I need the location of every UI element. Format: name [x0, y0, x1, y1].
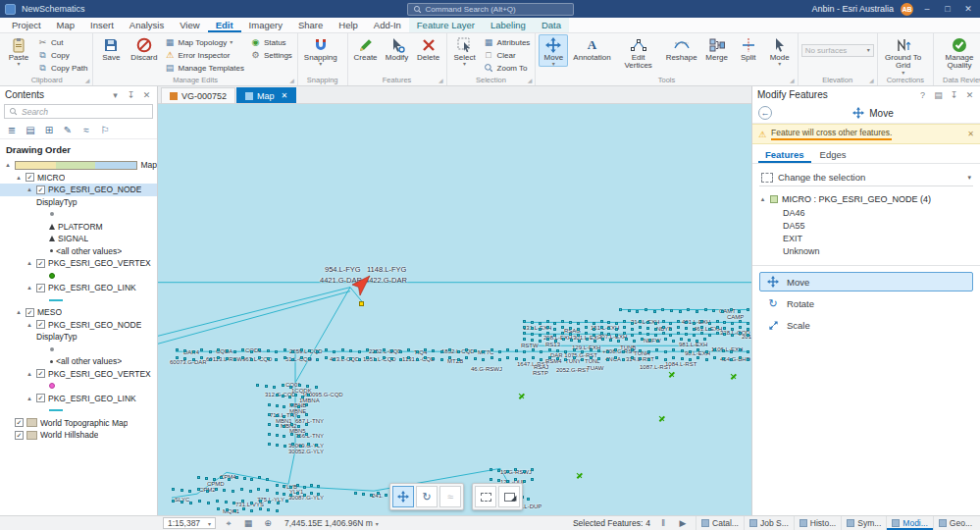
layer-row[interactable]	[0, 294, 157, 307]
expander-icon[interactable]: ▴	[15, 174, 23, 182]
ribbon-tab-map[interactable]: Map	[49, 18, 82, 32]
attributes-button[interactable]: ▦Attributes	[482, 36, 533, 48]
split-button[interactable]: Split	[734, 34, 763, 62]
merge-button[interactable]: Merge	[702, 34, 732, 62]
cut-button[interactable]: ✂Cut	[35, 36, 89, 48]
layer-visibility-checkbox[interactable]: ✓	[36, 186, 45, 194]
layer-visibility-checkbox[interactable]: ✓	[26, 308, 34, 317]
auto-hide-pin-icon[interactable]: ↧	[126, 90, 136, 100]
layer-row[interactable]	[0, 270, 157, 283]
box-select-tool-button[interactable]	[475, 486, 496, 507]
layer-row[interactable]: ▴✓PKG_ESRI_GEO_LINK	[0, 282, 157, 294]
dock-tab-geo[interactable]: Geo...	[933, 516, 977, 530]
snapping-button[interactable]: Snapping ▾	[301, 34, 340, 67]
layer-row[interactable]	[0, 380, 157, 393]
close-tab-icon[interactable]: ✕	[282, 91, 288, 100]
ribbon-tab-analysis[interactable]: Analysis	[122, 18, 172, 32]
tool-rotate[interactable]: ↻Rotate	[759, 293, 973, 314]
mode-button[interactable]: Mode ▾	[765, 34, 795, 67]
layer-visibility-checkbox[interactable]: ✓	[36, 394, 45, 402]
expander-icon[interactable]: ▴	[26, 370, 33, 378]
expander-icon[interactable]: ▴	[26, 395, 33, 402]
refresh-drawing-icon[interactable]: ▶	[676, 517, 690, 530]
dialog-launcher-icon[interactable]: ◢	[528, 77, 533, 83]
layer-row[interactable]	[0, 208, 157, 221]
dialog-launcher-icon[interactable]: ◢	[438, 77, 443, 83]
ribbon-tab-feature-layer[interactable]: Feature Layer	[409, 18, 483, 32]
doc-tab-vg-000752[interactable]: VG-000752	[161, 87, 235, 103]
feature-item[interactable]: DA46	[759, 206, 973, 219]
dock-tab-sym[interactable]: Sym...	[841, 516, 886, 530]
move-to-tool-button[interactable]	[498, 486, 520, 507]
dialog-launcher-icon[interactable]: ◢	[289, 77, 294, 83]
doc-tab-map[interactable]: Map✕	[236, 87, 296, 103]
layer-row[interactable]: ✓World Topographic Map	[0, 417, 157, 430]
layer-row[interactable]: ▴✓PKG_ESRI_GEO_NODE	[0, 319, 157, 332]
back-button[interactable]: ←	[758, 106, 772, 120]
layer-visibility-checkbox[interactable]: ✓	[36, 320, 45, 329]
layer-visibility-checkbox[interactable]: ✓	[15, 431, 24, 440]
layer-visibility-checkbox[interactable]: ✓	[36, 369, 45, 378]
layer-visibility-checkbox[interactable]: ✓	[15, 418, 24, 427]
manage-quality-button[interactable]: Manage Quality	[937, 34, 980, 71]
close-panel-icon[interactable]: ✕	[964, 90, 975, 100]
menu-icon[interactable]: ▤	[933, 90, 944, 100]
command-search[interactable]: Command Search (Alt+Q)	[407, 3, 574, 16]
trace-tool-button[interactable]: ≈	[439, 486, 461, 507]
discard-button[interactable]: Discard	[128, 34, 160, 62]
annotation-button[interactable]: A Annotation	[570, 34, 613, 62]
layer-row[interactable]: ✓World Hillshade	[0, 429, 157, 442]
settings-button[interactable]: ⚙Settings	[248, 49, 294, 61]
list-by-selection-icon[interactable]: ⊞	[41, 123, 57, 136]
status-button[interactable]: ◉Status	[248, 36, 294, 48]
chevron-down-icon[interactable]: ▾	[110, 90, 121, 100]
expander-icon[interactable]: ▴	[26, 186, 33, 193]
ribbon-tab-view[interactable]: View	[172, 18, 207, 32]
ribbon-tab-labeling[interactable]: Labeling	[483, 18, 534, 32]
zoom-to-button[interactable]: Zoom To	[482, 62, 533, 74]
maximize-button[interactable]: □	[941, 4, 954, 14]
layer-row[interactable]: <all other values>	[0, 355, 157, 368]
tool-scale[interactable]: Scale	[759, 316, 973, 335]
layer-row[interactable]: SIGNAL	[0, 233, 157, 245]
ribbon-tab-project[interactable]: Project	[4, 18, 49, 32]
close-panel-icon[interactable]: ✕	[141, 90, 152, 100]
no-surfaces-dropdown[interactable]: No surfaces ▾	[801, 44, 874, 57]
layer-row[interactable]	[0, 404, 157, 417]
tool-move[interactable]: Move	[759, 272, 973, 292]
dock-tab-modi[interactable]: Modi...	[886, 516, 933, 530]
move-tool-button[interactable]: Move ▾	[539, 34, 568, 67]
ground-to-grid-button[interactable]: Ground To Grid ▾	[881, 34, 926, 76]
expander-icon[interactable]: ▴	[759, 195, 766, 203]
layer-row[interactable]: ▴Map	[0, 159, 157, 172]
dock-tab-job-s[interactable]: Job S...	[744, 516, 794, 530]
map-topology-dropdown[interactable]: ▦Map Topology▾	[162, 36, 245, 48]
layer-row[interactable]: DisplayTyp	[0, 196, 157, 209]
layer-row[interactable]: ▴✓PKG_ESRI_GEO_VERTEX	[0, 257, 157, 270]
expander-icon[interactable]: ▴	[15, 308, 23, 316]
rotate-tool-button[interactable]: ↻	[416, 486, 438, 507]
list-by-labeling-icon[interactable]: ⚐	[97, 123, 113, 136]
create-button[interactable]: Create	[351, 34, 381, 62]
layer-row[interactable]: ▴✓PKG_ESRI_GEO_NODE	[0, 184, 157, 196]
list-by-source-icon[interactable]: ▤	[23, 123, 38, 136]
dock-tab-histo[interactable]: Histo...	[794, 516, 841, 530]
expander-icon[interactable]: ▴	[26, 259, 33, 267]
ribbon-tab-data[interactable]: Data	[534, 18, 569, 32]
feature-item[interactable]: Unknown	[759, 244, 973, 257]
move-selection-tool-button[interactable]	[392, 486, 414, 507]
expander-icon[interactable]: ▴	[26, 321, 33, 329]
error-inspector-button[interactable]: ⚠Error Inspector	[162, 49, 245, 61]
list-by-drawing-order-icon[interactable]: ≣	[4, 123, 20, 136]
map-scale-dropdown[interactable]: 1:15,387 ▾	[163, 517, 216, 529]
clear-button[interactable]: □Clear	[482, 49, 533, 61]
list-by-editing-icon[interactable]: ✎	[60, 123, 76, 136]
expander-icon[interactable]: ▴	[26, 284, 33, 292]
dismiss-warning-icon[interactable]: ✕	[967, 130, 974, 138]
layer-row[interactable]: ▴✓MESO	[0, 306, 157, 319]
grid-toggle-icon[interactable]: ▦	[241, 517, 255, 530]
pointer-position-icon[interactable]: ⌖	[222, 517, 235, 530]
reshape-button[interactable]: Reshape	[663, 34, 700, 62]
selected-features-status[interactable]: Selected Features: 4	[573, 518, 650, 528]
modify-button[interactable]: Modify	[383, 34, 412, 62]
